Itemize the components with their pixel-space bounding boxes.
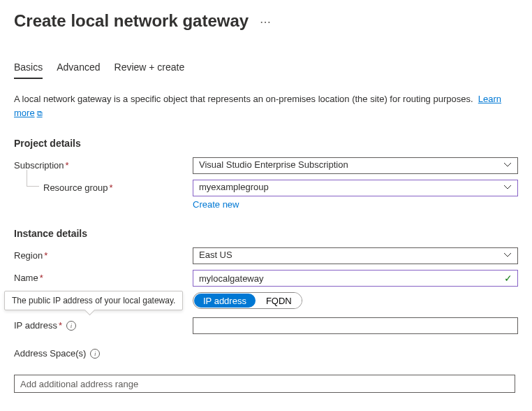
section-project-details: Project details (14, 138, 518, 149)
address-space-input[interactable] (14, 375, 515, 393)
required-indicator: * (66, 160, 69, 171)
required-indicator: * (110, 182, 113, 193)
description: A local network gateway is a specific ob… (14, 92, 518, 120)
region-label: Region (14, 250, 43, 261)
name-input[interactable] (193, 270, 518, 287)
subscription-label: Subscription (14, 160, 64, 171)
endpoint-toggle: IP address FQDN (193, 292, 302, 309)
tab-review-create[interactable]: Review + create (114, 59, 185, 78)
ip-address-input[interactable] (193, 317, 518, 334)
required-indicator: * (44, 250, 47, 261)
more-button[interactable]: ⋯ (257, 14, 275, 31)
endpoint-ip-option[interactable]: IP address (194, 294, 256, 308)
chevron-down-icon (503, 183, 512, 194)
subscription-dropdown[interactable]: Visual Studio Enterprise Subscription (193, 157, 518, 174)
tab-advanced[interactable]: Advanced (57, 59, 100, 78)
endpoint-tooltip-text: The public IP address of your local gate… (12, 296, 175, 305)
section-instance-details: Instance details (14, 228, 518, 239)
required-indicator: * (40, 273, 43, 283)
address-space-label: Address Space(s) (14, 348, 86, 359)
resource-group-value: myexamplegroup (199, 182, 269, 192)
page-title: Create local network gateway (14, 11, 249, 31)
chevron-down-icon (503, 161, 512, 171)
chevron-down-icon (503, 251, 512, 261)
region-value: East US (199, 250, 232, 260)
info-icon[interactable]: i (90, 349, 100, 359)
required-indicator: * (59, 320, 62, 331)
info-icon[interactable]: i (66, 321, 76, 331)
description-text: A local network gateway is a specific ob… (14, 94, 473, 104)
tabs: Basics Advanced Review + create (14, 59, 518, 82)
endpoint-tooltip: The public IP address of your local gate… (4, 291, 183, 310)
tab-basics[interactable]: Basics (14, 59, 43, 78)
resource-group-dropdown[interactable]: myexamplegroup (193, 180, 518, 196)
create-new-link[interactable]: Create new (193, 199, 239, 210)
more-icon: ⋯ (260, 16, 272, 28)
tree-connector (27, 170, 39, 187)
resource-group-label: Resource group (43, 182, 108, 193)
ip-address-label: IP address (14, 320, 57, 331)
region-dropdown[interactable]: East US (193, 247, 518, 264)
endpoint-fqdn-option[interactable]: FQDN (256, 293, 302, 308)
external-link-icon: ⧉ (37, 109, 43, 117)
subscription-value: Visual Studio Enterprise Subscription (199, 159, 348, 170)
name-label: Name (14, 273, 38, 283)
